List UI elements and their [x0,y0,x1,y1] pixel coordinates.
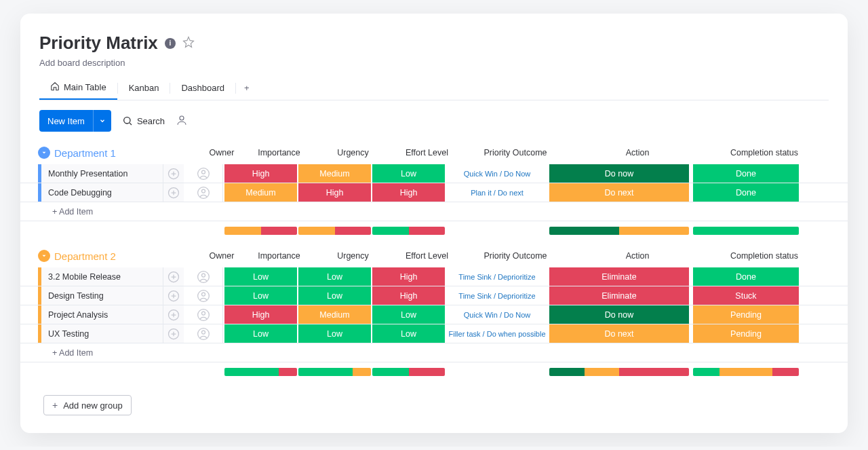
owner-cell[interactable] [184,267,223,286]
urgency-cell[interactable]: Medium [298,305,371,324]
summary-row [20,368,848,376]
importance-cell[interactable]: Low [224,286,297,305]
column-header[interactable]: Completion status [711,148,817,157]
item-name[interactable]: Design Testing [41,286,163,305]
table-row[interactable]: Monthly PresentationHighMediumLowQuick W… [20,164,848,183]
item-name[interactable]: Code Debugging [41,183,163,202]
add-group-button[interactable]: + Add new group [43,395,132,415]
completion-cell[interactable]: Done [693,267,799,286]
table-row[interactable]: UX TestingLowLowLowFiller task / Do when… [20,324,848,343]
table-row[interactable]: Project AnalysisHighMediumLowQuick Win /… [20,305,848,324]
add-update-icon[interactable] [163,305,184,324]
item-name[interactable]: Project Analysis [41,305,163,324]
table-row[interactable]: Code DebuggingMediumHighHighPlan it / Do… [20,183,848,202]
effort-cell[interactable]: High [372,267,445,286]
column-header[interactable]: Priority Outcome [465,148,566,157]
action-cell[interactable]: Do now [549,164,689,183]
new-item-button[interactable]: New Item [39,110,111,132]
star-icon[interactable] [182,36,195,50]
summary-cell [298,227,371,235]
group-collapse-icon[interactable] [38,147,50,159]
urgency-cell[interactable]: Low [298,267,371,286]
owner-cell[interactable] [184,286,223,305]
priority-outcome-cell[interactable]: Plan it / Do next [446,183,548,202]
add-item-row[interactable]: + Add Item [20,343,848,362]
priority-outcome-cell[interactable]: Quick Win / Do Now [446,164,548,183]
column-header[interactable]: Owner [202,251,241,261]
completion-cell[interactable]: Pending [693,305,799,324]
svg-point-4 [201,170,205,174]
column-header[interactable]: Action [568,251,707,261]
importance-cell[interactable]: Medium [224,183,297,202]
completion-cell[interactable]: Done [693,183,799,202]
priority-outcome-cell[interactable]: Quick Win / Do Now [446,305,548,324]
svg-point-16 [201,312,205,315]
owner-cell[interactable] [184,183,223,202]
add-update-icon[interactable] [163,324,184,343]
column-header[interactable]: Owner [202,148,241,157]
column-header[interactable]: Action [568,148,707,157]
group-collapse-icon[interactable] [38,250,50,262]
column-header[interactable]: Urgency [317,148,389,157]
add-update-icon[interactable] [163,286,184,305]
search-button[interactable]: Search [122,115,165,126]
add-update-icon[interactable] [163,164,184,183]
effort-cell[interactable]: High [372,183,445,202]
owner-cell[interactable] [184,324,223,343]
action-cell[interactable]: Do now [549,305,689,324]
effort-cell[interactable]: Low [372,324,445,343]
item-name[interactable]: UX Testing [41,324,163,343]
column-header[interactable]: Completion status [711,251,817,261]
add-update-icon[interactable] [163,267,184,286]
tab-main-table[interactable]: Main Table [39,76,117,100]
action-cell[interactable]: Do next [549,324,689,343]
svg-point-0 [124,117,130,124]
priority-outcome-cell[interactable]: Time Sink / Deprioritize [446,267,548,286]
item-name[interactable]: 3.2 Mobile Release [41,267,163,286]
group-title[interactable]: Department 2 [54,250,202,262]
completion-cell[interactable]: Done [693,164,799,183]
effort-cell[interactable]: Low [372,164,445,183]
importance-cell[interactable]: High [224,164,297,183]
add-update-icon[interactable] [163,183,184,202]
importance-cell[interactable]: High [224,305,297,324]
action-cell[interactable]: Do next [549,183,689,202]
tab-kanban[interactable]: Kanban [118,77,170,98]
item-name[interactable]: Monthly Presentation [41,164,163,183]
importance-cell[interactable]: Low [224,267,297,286]
summary-cell [224,227,297,235]
owner-cell[interactable] [184,164,223,183]
effort-cell[interactable]: Low [372,305,445,324]
column-header[interactable]: Effort Level [391,148,463,157]
chevron-down-icon[interactable] [93,110,111,132]
tab-dashboard[interactable]: Dashboard [170,77,235,98]
column-header[interactable]: Priority Outcome [465,251,566,261]
svg-point-10 [201,274,205,277]
owner-cell[interactable] [184,305,223,324]
table-row[interactable]: 3.2 Mobile ReleaseLowLowHighTime Sink / … [20,267,848,286]
add-item-row[interactable]: + Add Item [20,202,848,221]
urgency-cell[interactable]: High [298,183,371,202]
info-icon[interactable]: i [165,38,176,49]
action-cell[interactable]: Eliminate [549,267,689,286]
column-header[interactable]: Importance [243,148,315,157]
person-filter-icon[interactable] [176,114,188,128]
group-header: Department 2OwnerImportanceUrgencyEffort… [20,250,848,267]
priority-outcome-cell[interactable]: Time Sink / Deprioritize [446,286,548,305]
priority-outcome-cell[interactable]: Filler task / Do when possible [446,324,548,343]
column-header[interactable]: Effort Level [391,251,463,261]
urgency-cell[interactable]: Low [298,286,371,305]
importance-cell[interactable]: Low [224,324,297,343]
column-header[interactable]: Importance [243,251,315,261]
urgency-cell[interactable]: Medium [298,164,371,183]
column-header[interactable]: Urgency [317,251,389,261]
effort-cell[interactable]: High [372,286,445,305]
add-view-button[interactable]: + [236,77,258,98]
urgency-cell[interactable]: Low [298,324,371,343]
action-cell[interactable]: Eliminate [549,286,689,305]
table-row[interactable]: Design TestingLowLowHighTime Sink / Depr… [20,286,848,305]
completion-cell[interactable]: Pending [693,324,799,343]
completion-cell[interactable]: Stuck [693,286,799,305]
group-title[interactable]: Department 1 [54,147,202,159]
board-description[interactable]: Add board description [39,58,829,68]
